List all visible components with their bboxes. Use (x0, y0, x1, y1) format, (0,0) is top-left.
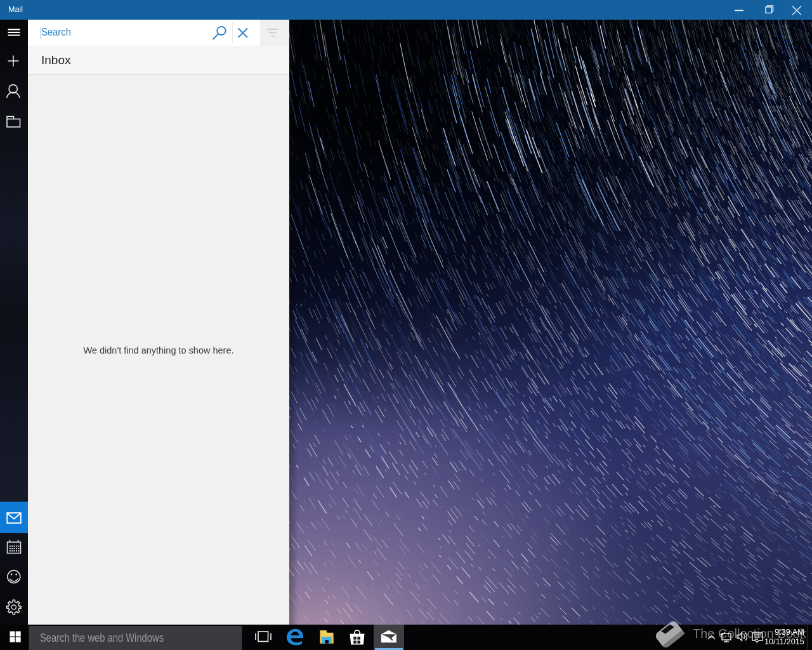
svg-text:9:39 AM: 9:39 AM (775, 627, 804, 637)
svg-text:Search the web and Windows: Search the web and Windows (40, 631, 164, 644)
svg-text:10/11/2015: 10/11/2015 (764, 637, 804, 646)
